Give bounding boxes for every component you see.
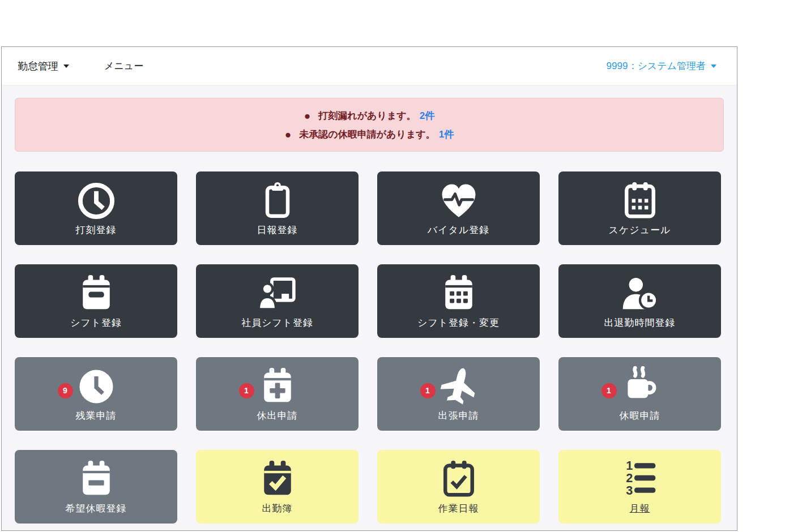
calendar-minus-icon <box>76 459 117 500</box>
menu-tile[interactable]: 9残業申請 <box>15 357 177 431</box>
menu-tile[interactable]: バイタル登録 <box>377 171 540 245</box>
menu-tile[interactable]: スケジュール <box>558 171 721 245</box>
menu-tile[interactable]: 打刻登録 <box>15 171 177 245</box>
alert-item: ●打刻漏れがあります。2件 <box>304 106 434 125</box>
menu-tile[interactable]: 1休出申請 <box>196 357 359 431</box>
ordered-list-icon: 123 <box>620 459 660 500</box>
calendar-check-solid-icon <box>257 459 298 500</box>
tile-label: 作業日報 <box>438 502 479 515</box>
alert-text: 打刻漏れがあります。 <box>318 106 416 125</box>
bullet-icon: ● <box>285 125 291 144</box>
menu-tile[interactable]: 日報登録 <box>196 171 359 245</box>
tile-label: 社員シフト登録 <box>241 316 313 329</box>
calendar-grid-solid-icon <box>438 273 479 314</box>
alert-text: 未承認の休暇申請があります。 <box>299 125 435 144</box>
alert-item: ●未承認の休暇申請があります。1件 <box>285 125 454 144</box>
app-title-dropdown[interactable]: 勤怠管理 <box>18 59 69 73</box>
heart-pulse-icon <box>438 181 479 221</box>
tile-label: 出張申請 <box>438 409 479 422</box>
svg-text:3: 3 <box>626 483 633 497</box>
tile-label: 日報登録 <box>257 224 298 237</box>
notification-badge: 1 <box>420 383 436 398</box>
calendar-plus-icon: 1 <box>257 366 298 407</box>
user-clock-icon <box>620 273 660 314</box>
menu-tile[interactable]: 123月報 <box>558 450 721 524</box>
tile-grid: 打刻登録日報登録バイタル登録スケジュールシフト登録社員シフト登録シフト登録・変更… <box>2 152 737 529</box>
tile-label: シフト登録 <box>70 316 122 329</box>
user-dropdown[interactable]: 9999：システム管理者 <box>607 59 716 72</box>
tile-label: 休暇申請 <box>620 409 660 422</box>
mug-hot-icon: 1 <box>620 366 660 407</box>
menu-tile[interactable]: 1出張申請 <box>377 357 540 431</box>
user-name: 9999：システム管理者 <box>607 59 706 72</box>
plane-icon: 1 <box>438 366 479 407</box>
menu-tile[interactable]: 作業日報 <box>377 450 540 524</box>
tile-label: バイタル登録 <box>428 224 490 237</box>
calendar-grid-outline-icon <box>620 181 660 221</box>
clock-outline-icon <box>76 181 117 221</box>
tile-label: スケジュール <box>609 224 671 237</box>
app-header: 勤怠管理 メニュー 9999：システム管理者 <box>2 47 737 85</box>
menu-tile[interactable]: 希望休暇登録 <box>15 450 177 524</box>
chevron-down-icon <box>711 65 716 68</box>
bullet-icon: ● <box>304 106 310 125</box>
tile-label: 出退勤時間登録 <box>604 316 676 329</box>
menu-tile[interactable]: シフト登録 <box>15 264 177 338</box>
menu-nav-item[interactable]: メニュー <box>104 59 143 72</box>
app-title: 勤怠管理 <box>18 59 58 73</box>
chalkboard-user-icon <box>257 273 298 314</box>
calendar-check-outline-icon <box>438 459 479 500</box>
tile-label: 希望休暇登録 <box>66 502 127 515</box>
menu-tile[interactable]: 出退勤時間登録 <box>558 264 721 338</box>
tile-label: シフト登録・変更 <box>417 316 500 329</box>
tile-label: 打刻登録 <box>76 224 117 237</box>
menu-tile[interactable]: 出勤簿 <box>196 450 359 524</box>
alert-count-link[interactable]: 2件 <box>420 106 434 125</box>
tile-label: 出勤簿 <box>262 502 293 515</box>
notification-badge: 9 <box>58 383 73 398</box>
calendar-banner-icon <box>76 273 117 314</box>
tile-label: 月報 <box>630 502 650 515</box>
notification-alert: ●打刻漏れがあります。2件●未承認の休暇申請があります。1件 <box>15 98 724 152</box>
menu-tile[interactable]: シフト登録・変更 <box>377 264 540 338</box>
notification-badge: 1 <box>239 383 254 398</box>
notification-badge: 1 <box>602 383 617 398</box>
attendance-app-window: 勤怠管理 メニュー 9999：システム管理者 ●打刻漏れがあります。2件●未承認… <box>1 46 737 531</box>
alert-count-link[interactable]: 1件 <box>439 125 454 144</box>
tile-label: 残業申請 <box>76 409 117 422</box>
clock-solid-icon: 9 <box>76 366 117 407</box>
chevron-down-icon <box>63 65 69 68</box>
menu-tile[interactable]: 1休暇申請 <box>558 357 721 431</box>
clipboard-icon <box>257 181 298 221</box>
tile-label: 休出申請 <box>257 409 298 422</box>
menu-tile[interactable]: 社員シフト登録 <box>196 264 359 338</box>
